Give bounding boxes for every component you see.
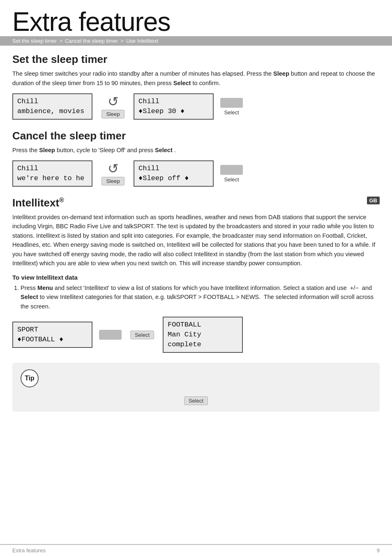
tip-select-area: Select <box>21 396 371 405</box>
footer-left: Extra features <box>12 547 46 554</box>
cancel-sleep-timer-select-block: Select <box>220 165 243 183</box>
intellitext-left-select-rect <box>99 330 122 340</box>
intellitext-subheading: To view Intellitext data <box>0 274 392 281</box>
set-sleep-timer-arrow: ↺ Sleep <box>92 95 134 118</box>
footer-page-number: 9 <box>377 547 380 554</box>
cancel-sleep-arrow-icon: ↺ <box>108 162 119 175</box>
breadcrumb-item-2: Cancel the sleep timer <box>65 38 118 44</box>
footer: Extra features 9 <box>0 544 392 556</box>
intellitext-select-button-label: Select <box>130 331 154 339</box>
set-sleep-timer-select-label: Select <box>224 109 239 116</box>
breadcrumb-item-1: Set the sleep timer <box>12 38 57 44</box>
intellitext-heading: Intellitext® <box>0 197 392 209</box>
tip-select-label: Select <box>184 396 208 405</box>
set-sleep-timer-right-pair: Chill ♦Sleep 30 ♦ Select <box>134 93 243 120</box>
intellitext-body: Intellitext provides on-demand text info… <box>0 213 392 268</box>
intellitext-screen-left: SPORT ♦FOOTBALL ♦ <box>12 322 92 348</box>
tip-badge: Tip <box>21 369 39 387</box>
gb-badge: GB <box>367 197 380 204</box>
intellitext-diagram: SPORT ♦FOOTBALL ♦ Select FOOTBALL Man Ci… <box>0 317 392 352</box>
set-sleep-timer-diagram: Chill ambience, movies ↺ Sleep Chill ♦Sl… <box>0 93 392 120</box>
intellitext-steps: Press Menu and select 'Intellitext' to v… <box>0 283 392 311</box>
cancel-sleep-button-label: Sleep <box>101 177 124 185</box>
set-sleep-timer-heading: Set the sleep timer <box>0 53 392 66</box>
breadcrumb: Set the sleep timer > Cancel the sleep t… <box>0 36 392 46</box>
breadcrumb-item-3: Use Intellitext <box>126 38 158 44</box>
set-sleep-timer-body: The sleep timer switches your radio into… <box>0 69 392 88</box>
cancel-sleep-timer-select-rect <box>220 165 243 175</box>
cancel-sleep-timer-screen-left: Chill we're here to he <box>12 160 92 187</box>
intellitext-registered: ® <box>59 197 64 204</box>
tip-block: Tip Select <box>12 363 380 412</box>
cancel-sleep-timer-arrow: ↺ Sleep <box>92 162 134 185</box>
cancel-sleep-timer-diagram: Chill we're here to he ↺ Sleep Chill ♦Sl… <box>0 160 392 187</box>
intellitext-arrow: Select <box>122 330 163 339</box>
set-sleep-timer-screen-right: Chill ♦Sleep 30 ♦ <box>134 93 214 120</box>
cancel-sleep-timer-screen-right: Chill ♦Sleep off ♦ <box>134 160 214 187</box>
cancel-sleep-timer-right-pair: Chill ♦Sleep off ♦ Select <box>134 160 243 187</box>
intellitext-screen-right: FOOTBALL Man City complete <box>163 317 243 352</box>
page-title: Extra features <box>0 0 392 36</box>
intellitext-step-1: Press Menu and select 'Intellitext' to v… <box>21 283 380 311</box>
set-sleep-timer-select-block: Select <box>220 98 243 116</box>
intellitext-left-select-block <box>99 330 122 340</box>
set-sleep-timer-screen-left: Chill ambience, movies <box>12 93 92 120</box>
sleep-button-label: Sleep <box>101 110 124 118</box>
breadcrumb-sep-1: > <box>59 38 62 44</box>
cancel-sleep-timer-select-label: Select <box>224 176 239 183</box>
intellitext-left-pair: SPORT ♦FOOTBALL ♦ <box>12 322 122 348</box>
cancel-sleep-timer-body: Press the Sleep button, cycle to 'Sleep … <box>0 146 392 155</box>
breadcrumb-sep-2: > <box>120 38 124 44</box>
cancel-sleep-timer-heading: Cancel the sleep timer <box>0 130 392 142</box>
set-sleep-timer-select-rect <box>220 98 243 108</box>
sleep-arrow-icon: ↺ <box>108 95 119 108</box>
